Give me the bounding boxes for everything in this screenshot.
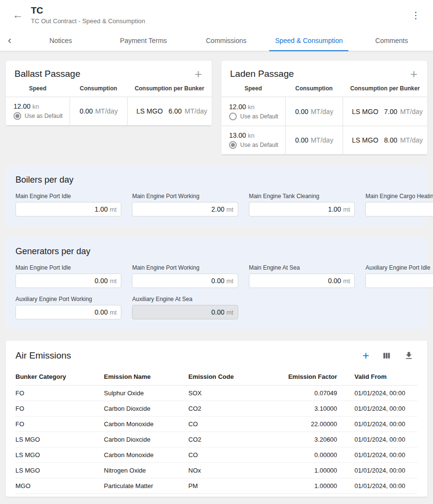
input-container: mt (132, 274, 238, 288)
tab-speed-consumption[interactable]: Speed & Consumption (268, 30, 350, 51)
field-main-engine-port-idle: Main Engine Port Idle mt (15, 264, 121, 288)
gen-main-engine-port-idle-input[interactable] (20, 277, 110, 285)
emissions-table-header-row: Bunker Category Emission Name Emission C… (15, 369, 418, 386)
add-laden-speed-icon[interactable]: + (408, 69, 419, 79)
download-icon[interactable] (403, 350, 415, 361)
input-container: mt (249, 202, 355, 216)
tab-bar: ‹ Notices Payment Terms Commissions Spee… (0, 30, 433, 51)
tab-payment-terms[interactable]: Payment Terms (102, 30, 185, 51)
col-emission-factor: Emission Factor (261, 369, 337, 386)
boilers-per-day-section: Boilers per day Main Engine Port Idle mt… (6, 166, 427, 226)
ballast-passage-card: Ballast Passage + Speed Consumption Cons… (6, 61, 212, 126)
laden-passage-title: Laden Passage (230, 69, 294, 79)
consumption-value: 0.00 (80, 107, 93, 115)
main-engine-port-idle-input[interactable] (20, 205, 110, 213)
air-emissions-title: Air Emissions (15, 350, 71, 361)
unit-label: mt (343, 206, 350, 213)
unit-label: mt (226, 277, 233, 285)
bunker-value: 7.00 (384, 108, 397, 115)
tab-notices[interactable]: Notices (19, 30, 102, 51)
laden-row-1: 12.00 kn Use as Default 0.00 MT/day LS (221, 97, 427, 126)
main-content: Ballast Passage + Speed Consumption Cons… (0, 51, 433, 504)
bunker-name: LS MGO (136, 107, 162, 115)
input-container: mt (15, 202, 121, 216)
radio-selected-icon[interactable] (14, 112, 21, 120)
bunker-consumption-cell[interactable]: LS MGO 8.00 MT/day (343, 126, 427, 154)
main-engine-port-working-input[interactable] (137, 205, 226, 213)
consumption-cell[interactable]: 0.00 MT/day (285, 97, 343, 126)
boilers-title: Boilers per day (15, 175, 418, 185)
unit-label: mt (110, 309, 116, 316)
gen-main-engine-port-working-input[interactable] (137, 277, 226, 285)
unit-label: mt (226, 309, 233, 316)
gen-main-engine-at-sea-input[interactable] (254, 277, 343, 285)
column-header-speed: Speed (221, 85, 285, 92)
bunker-name: LS MGO (352, 108, 378, 115)
field-auxiliary-engine-at-sea: Auxiliary Engine At Sea mt (132, 296, 238, 319)
gen-aux-engine-port-working-input[interactable] (20, 308, 110, 316)
input-container: mt (15, 305, 121, 319)
column-header-speed: Speed (6, 85, 70, 92)
main-engine-tank-cleaning-input[interactable] (254, 205, 343, 213)
speed-unit: kn (248, 132, 255, 139)
boilers-fields: Main Engine Port Idle mt Main Engine Por… (15, 193, 418, 216)
emission-row[interactable]: MGO Particulate Matter PM 1.00000 01/01/… (15, 478, 418, 493)
field-main-engine-port-working: Main Engine Port Working mt (132, 193, 238, 216)
emission-row[interactable]: LS MGO Carbon Dioxcide CO2 3.20600 01/01… (15, 432, 418, 447)
bunker-unit: MT/day (400, 136, 423, 144)
radio-selected-icon[interactable] (229, 141, 237, 149)
ballast-passage-header: Ballast Passage + (6, 61, 212, 85)
laden-table-header: Speed Consumption Consumption per Bunker (221, 85, 427, 97)
use-as-default-option[interactable]: Use as Default (229, 141, 281, 149)
radio-unselected-icon[interactable] (229, 113, 237, 120)
col-emission-code: Emission Code (188, 369, 261, 386)
laden-row-2: 13.00 kn Use as Default 0.00 MT/day LS (221, 126, 427, 155)
laden-passage-card: Laden Passage + Speed Consumption Consum… (221, 61, 427, 155)
add-ballast-speed-icon[interactable]: + (193, 69, 204, 79)
bunker-consumption-cell[interactable]: LS MGO 6.00 MT/day (127, 97, 212, 125)
emission-row[interactable]: FO Carbon Dioxcide CO2 3.10000 01/01/202… (15, 401, 418, 416)
air-emissions-header: Air Emissions + (15, 348, 418, 369)
breadcrumb: TC Out Contract - Speed & Consumption (31, 17, 408, 25)
bunker-unit: MT/day (185, 107, 207, 115)
speed-value-line: 12.00 kn (14, 102, 66, 110)
column-header-consumption: Consumption (285, 85, 343, 92)
add-emission-icon[interactable]: + (361, 349, 370, 362)
generators-fields: Main Engine Port Idle mt Main Engine Por… (15, 264, 418, 319)
use-as-default-label: Use as Default (240, 113, 278, 120)
consumption-unit: MT/day (95, 107, 118, 115)
ballast-passage-title: Ballast Passage (14, 69, 80, 79)
speed-value-line: 13.00 kn (229, 131, 281, 139)
tab-comments[interactable]: Comments (350, 30, 433, 51)
gen-aux-engine-port-idle-input[interactable] (370, 277, 433, 285)
input-container-disabled: mt (132, 305, 238, 319)
air-emissions-card: Air Emissions + Bunker Cate (6, 341, 427, 497)
back-arrow-icon[interactable]: ← (13, 10, 29, 20)
speed-unit: kn (32, 103, 39, 110)
consumption-cell[interactable]: 0.00 MT/day (70, 97, 127, 125)
use-as-default-option[interactable]: Use as Default (14, 112, 66, 120)
tabs-scroll-left-icon[interactable]: ‹ (0, 30, 19, 51)
field-main-engine-at-sea: Main Engine At Sea mt (249, 264, 355, 288)
col-valid-from: Valid From (337, 369, 418, 386)
consumption-cell[interactable]: 0.00 MT/day (285, 126, 343, 154)
ballast-row: 12.00 kn Use as Default 0.00 MT/day LS (6, 97, 212, 126)
emission-row[interactable]: FO Carbon Monoxide CO 22.00000 01/01/202… (15, 416, 418, 432)
field-main-engine-port-idle: Main Engine Port Idle mt (15, 193, 121, 216)
emission-row[interactable]: FO Sulphur Oxide SOX 0.07049 01/01/2024,… (15, 385, 418, 401)
bunker-consumption-cell[interactable]: LS MGO 7.00 MT/day (343, 97, 427, 126)
columns-icon[interactable] (381, 350, 392, 361)
emissions-table: Bunker Category Emission Name Emission C… (15, 369, 418, 494)
tab-commissions[interactable]: Commissions (185, 30, 267, 51)
emission-row[interactable]: LS MGO Carbon Monoxide CO 0.00000 01/01/… (15, 447, 418, 462)
kebab-menu-icon[interactable]: ⋮ (408, 9, 423, 22)
col-bunker-category: Bunker Category (15, 369, 104, 386)
field-auxiliary-engine-port-working: Auxiliary Engine Port Working mt (15, 296, 121, 319)
laden-passage-header: Laden Passage + (221, 61, 427, 85)
bunker-unit: MT/day (400, 108, 423, 115)
use-as-default-option[interactable]: Use as Default (229, 113, 281, 120)
unit-label: mt (110, 277, 116, 285)
main-engine-cargo-heating-input[interactable] (370, 205, 433, 213)
field-main-engine-cargo-heating: Main Engine Cargo Heating mt (365, 193, 433, 216)
emission-row[interactable]: LS MGO Nitrogen Oxide NOx 1.00000 01/01/… (15, 462, 418, 478)
